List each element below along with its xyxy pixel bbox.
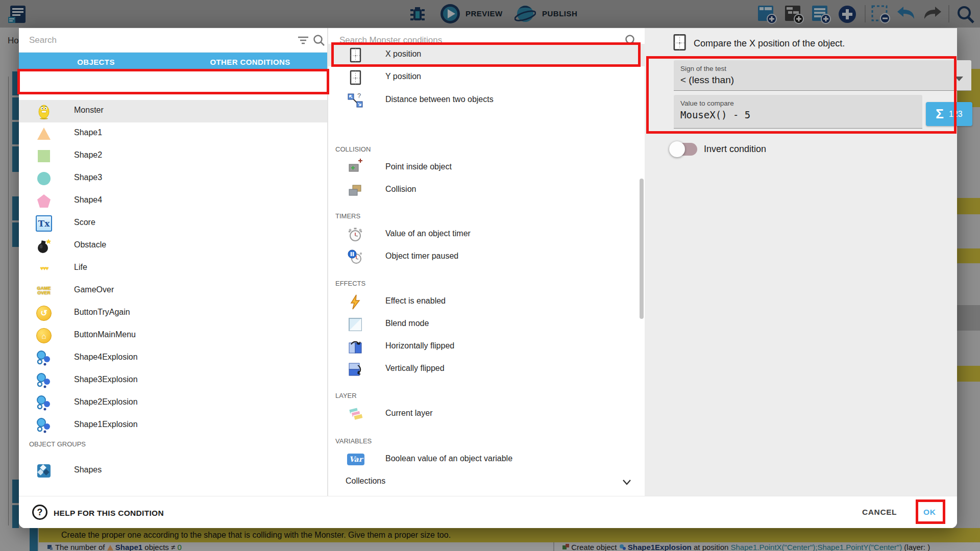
layers-icon — [347, 406, 363, 422]
particle-explosion-icon — [36, 395, 52, 411]
particle-explosion-icon — [36, 372, 52, 389]
timer-paused-icon — [347, 249, 363, 265]
section-timers: TIMERS — [335, 212, 360, 220]
position-icon — [347, 47, 363, 63]
timer-icon — [347, 227, 363, 243]
triangle-icon — [36, 126, 52, 142]
point-inside-icon — [347, 158, 363, 174]
distance-icon: ? — [347, 92, 363, 109]
condition-item-distance[interactable]: ? Distance between two objects — [328, 89, 645, 112]
active-tab-indicator — [19, 69, 173, 71]
object-item-shape4explosion[interactable]: Shape4Explosion — [19, 347, 327, 369]
section-collision: COLLISION — [335, 145, 371, 153]
section-variables: VARIABLES — [335, 437, 372, 445]
retry-button-icon: ↺ — [36, 306, 52, 321]
position-icon — [670, 33, 689, 52]
variable-icon: Var — [347, 454, 364, 465]
object-item-shape1[interactable]: Shape1 — [19, 122, 327, 145]
objects-search-bar — [19, 28, 327, 53]
filter-icon[interactable] — [297, 35, 309, 46]
circle-icon — [36, 170, 52, 187]
value-to-compare-input[interactable]: Value to compare MouseX() - 5 — [674, 95, 922, 129]
condition-detail-panel: Compare the X position of the object. Si… — [645, 28, 957, 496]
condition-title: Compare the X position of the object. — [694, 38, 845, 49]
scrollbar-thumb[interactable] — [640, 179, 644, 319]
object-item-buttonmainmenu[interactable]: ⌂ ButtonMainMenu — [19, 324, 327, 347]
cancel-button[interactable]: CANCEL — [862, 508, 897, 517]
object-item-shape3[interactable]: Shape3 — [19, 167, 327, 190]
object-item-shape1explosion[interactable]: Shape1Explosion — [19, 414, 327, 437]
object-item-shape2[interactable]: Shape2 — [19, 145, 327, 167]
object-item-buttontryagain[interactable]: ↺ ButtonTryAgain — [19, 302, 327, 324]
object-item-shape2explosion[interactable]: Shape2Explosion — [19, 392, 327, 414]
sign-of-test-value: < (less than) — [680, 74, 734, 86]
tab-objects[interactable]: OBJECTS — [19, 53, 173, 71]
value-to-compare-value: MouseX() - 5 — [680, 109, 750, 120]
help-link[interactable]: HELP FOR THIS CONDITION — [54, 509, 164, 518]
text-object-icon: Tx — [36, 215, 52, 232]
object-item-life[interactable]: ♥♥♥ Life — [19, 257, 327, 280]
condition-item-point-inside[interactable]: Point inside object — [328, 157, 645, 179]
condition-item-y-position[interactable]: Y position — [328, 66, 645, 89]
condition-item-collision[interactable]: Collision — [328, 179, 645, 202]
chevron-down-icon — [622, 477, 632, 487]
square-icon — [36, 148, 52, 164]
gameover-text-icon: GAMEOVER — [36, 283, 52, 299]
condition-item-x-position[interactable]: X position — [328, 44, 645, 66]
value-to-compare-label: Value to compare — [680, 99, 734, 107]
condition-item-timer-value[interactable]: Value of an object timer — [328, 223, 645, 246]
expression-editor-button[interactable]: Σ 123 — [926, 102, 972, 126]
vertical-flip-icon — [347, 361, 363, 378]
ok-button[interactable]: OK — [923, 508, 936, 517]
search-icon — [312, 34, 326, 47]
blend-mode-icon — [347, 316, 363, 333]
object-group-shapes[interactable]: Shapes — [19, 460, 327, 482]
tab-other-conditions[interactable]: OTHER CONDITIONS — [173, 53, 327, 71]
object-item-shape3explosion[interactable]: Shape3Explosion — [19, 369, 327, 392]
sign-of-test-select[interactable]: Sign of the test < (less than) — [674, 60, 971, 91]
dropdown-arrow-icon — [955, 77, 963, 81]
hearts-icon: ♥♥♥ — [36, 260, 52, 277]
group-cube-icon — [36, 463, 52, 479]
invert-condition-label: Invert condition — [704, 144, 766, 155]
invert-condition-toggle[interactable] — [671, 143, 697, 156]
horizontal-flip-icon — [347, 339, 363, 355]
toggle-knob — [669, 141, 685, 157]
particle-explosion-icon — [36, 350, 52, 366]
sigma-icon: Σ — [936, 106, 944, 122]
position-icon — [347, 69, 363, 86]
dialog-footer: ? HELP FOR THIS CONDITION CANCEL OK — [19, 496, 957, 528]
condition-group-collections[interactable]: Collections — [328, 471, 645, 493]
object-item-monster[interactable]: Monster — [19, 100, 327, 122]
pentagon-icon — [36, 193, 52, 209]
condition-item-blend-mode[interactable]: Blend mode — [328, 313, 645, 336]
panel-tabs: OBJECTS OTHER CONDITIONS — [19, 53, 327, 71]
svg-text:?: ? — [357, 92, 361, 99]
condition-editor-dialog: OBJECTS OTHER CONDITIONS Monster Shape1 … — [19, 28, 957, 528]
monster-icon — [36, 103, 52, 119]
lightning-icon — [347, 294, 363, 310]
object-item-shape4[interactable]: Shape4 — [19, 190, 327, 212]
condition-item-vertically-flipped[interactable]: Vertically flipped — [328, 358, 645, 381]
condition-item-horizontally-flipped[interactable]: Horizontally flipped — [328, 336, 645, 358]
objects-search-input[interactable] — [29, 33, 254, 47]
objects-panel: OBJECTS OTHER CONDITIONS Monster Shape1 … — [19, 28, 327, 496]
object-item-score[interactable]: Tx Score — [19, 212, 327, 235]
bomb-icon — [36, 238, 52, 254]
section-effects: EFFECTS — [335, 280, 365, 287]
home-button-icon: ⌂ — [36, 328, 52, 343]
help-icon[interactable]: ? — [32, 505, 47, 520]
object-groups-header: OBJECT GROUPS — [29, 440, 86, 448]
object-item-gameover[interactable]: GAMEOVER GameOver — [19, 280, 327, 302]
condition-item-effect-enabled[interactable]: Effect is enabled — [328, 291, 645, 313]
conditions-panel: X position Y position ? Distance between… — [328, 28, 645, 496]
collision-icon — [347, 182, 363, 198]
sign-of-test-label: Sign of the test — [680, 65, 726, 72]
condition-item-current-layer[interactable]: Current layer — [328, 403, 645, 425]
object-item-obstacle[interactable]: Obstacle — [19, 235, 327, 257]
condition-item-boolean-variable[interactable]: Var Boolean value of an object variable — [328, 448, 645, 471]
condition-item-timer-paused[interactable]: Object timer paused — [328, 246, 645, 268]
section-layer: LAYER — [335, 392, 357, 399]
particle-explosion-icon — [36, 417, 52, 434]
